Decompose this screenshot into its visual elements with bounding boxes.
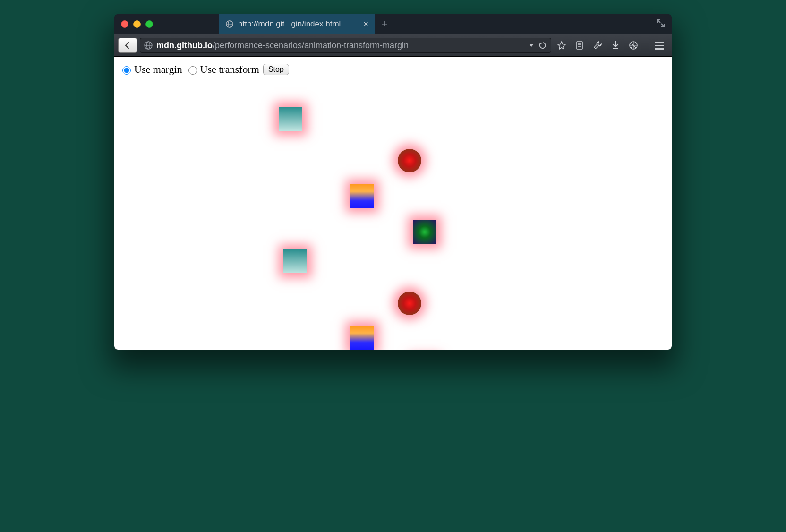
reader-view-icon[interactable] <box>572 41 587 50</box>
minimize-window-button[interactable] <box>133 20 141 28</box>
animated-shape <box>398 292 421 315</box>
animated-shape <box>398 149 421 172</box>
new-tab-button[interactable]: + <box>375 14 394 34</box>
animated-shape <box>350 184 374 208</box>
radio-use-margin[interactable]: Use margin <box>120 63 182 76</box>
chevron-down-icon[interactable] <box>528 42 535 49</box>
stop-button[interactable]: Stop <box>263 64 289 75</box>
page-content: Use margin Use transform Stop <box>114 57 672 350</box>
close-tab-button[interactable]: × <box>363 20 368 28</box>
zoom-window-button[interactable] <box>145 20 153 28</box>
tab-bar: http://mdn.git...gin/index.html × + <box>114 14 672 34</box>
url-bar[interactable]: mdn.github.io/performance-scenarios/anim… <box>140 38 551 53</box>
hamburger-menu-button[interactable] <box>651 38 668 52</box>
globe-icon <box>226 20 233 28</box>
downloads-icon[interactable] <box>608 41 623 50</box>
developer-tools-icon[interactable] <box>590 41 605 50</box>
navigation-toolbar: mdn.github.io/performance-scenarios/anim… <box>114 34 672 57</box>
radio-use-margin-label: Use margin <box>134 63 182 76</box>
window-controls <box>114 20 153 28</box>
radio-use-transform-input[interactable] <box>188 66 197 75</box>
animated-shape <box>413 220 436 244</box>
radio-use-margin-input[interactable] <box>122 66 131 75</box>
url-text: mdn.github.io/performance-scenarios/anim… <box>156 41 524 51</box>
url-host: mdn.github.io <box>156 41 213 50</box>
addon-icon[interactable] <box>626 41 641 50</box>
animated-shape <box>350 326 374 350</box>
reload-button[interactable] <box>538 41 547 50</box>
globe-icon <box>144 41 153 50</box>
close-window-button[interactable] <box>121 20 128 28</box>
controls-row: Use margin Use transform Stop <box>114 57 672 82</box>
svg-rect-6 <box>577 42 582 49</box>
animated-shape <box>283 249 307 273</box>
fullscreen-icon[interactable] <box>657 19 665 27</box>
browser-window: http://mdn.git...gin/index.html × + mdn.… <box>114 14 672 350</box>
back-button[interactable] <box>118 38 137 53</box>
radio-use-transform-label: Use transform <box>200 63 259 76</box>
url-path: /performance-scenarios/animation-transfo… <box>213 41 409 50</box>
animated-shape <box>279 107 302 131</box>
browser-tab[interactable]: http://mdn.git...gin/index.html × <box>219 14 375 34</box>
bookmark-star-icon[interactable] <box>554 41 569 50</box>
toolbar-separator <box>646 39 646 52</box>
radio-use-transform[interactable]: Use transform <box>186 63 259 76</box>
tab-title: http://mdn.git...gin/index.html <box>238 19 363 29</box>
